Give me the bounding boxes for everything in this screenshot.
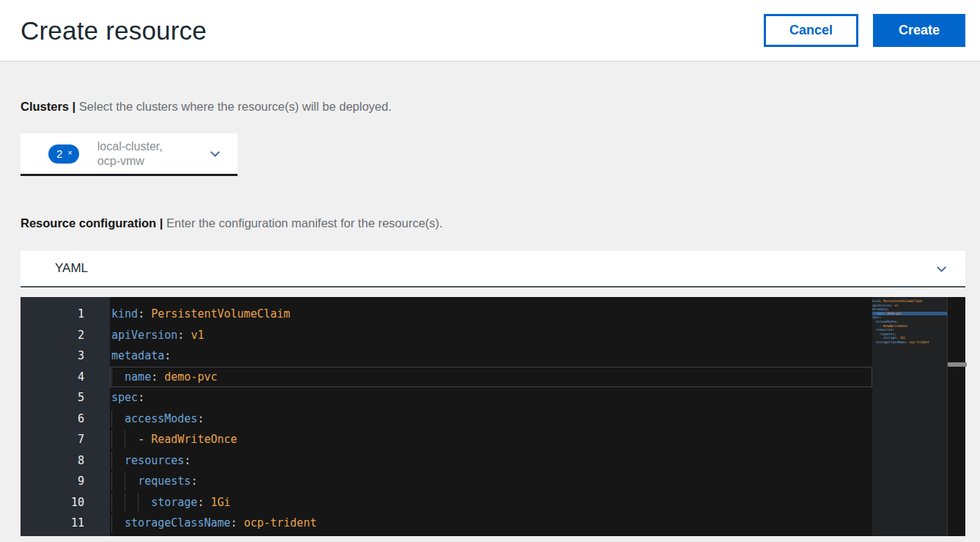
indent-guide (111, 472, 112, 491)
indent-guide (111, 514, 112, 532)
line-number: 1 (21, 304, 84, 325)
page-title: Create resource (21, 16, 207, 45)
resource-section-label: Resource configuration | Enter the confi… (21, 216, 965, 231)
code-line[interactable]: storage: 1Gi (110, 492, 872, 513)
indent-guide (125, 472, 125, 491)
editor-minimap[interactable]: kind: PersistentVolumeClaimapiVersion: v… (872, 297, 947, 536)
badge-close-icon[interactable]: × (67, 148, 72, 157)
editor-code[interactable]: kind: PersistentVolumeClaimapiVersion: v… (110, 297, 872, 536)
line-number: 3 (21, 345, 84, 367)
editor-scrollbar[interactable] (947, 297, 967, 536)
clusters-select-value: local-cluster, ocp-vmw (97, 139, 180, 169)
indent-guide (125, 494, 125, 512)
code-line[interactable]: kind: PersistentVolumeClaim (110, 304, 872, 325)
line-number: 6 (21, 409, 84, 430)
code-line[interactable]: resources: (110, 450, 872, 472)
line-number: 5 (21, 387, 84, 409)
line-number: 10 (21, 492, 84, 513)
create-resource-page: Create resource Cancel Create Clusters |… (0, 0, 980, 542)
clusters-section-label: Clusters | Select the clusters where the… (21, 99, 965, 114)
indent-guide (111, 452, 112, 470)
header-actions: Cancel Create (764, 14, 965, 47)
indent-guide (111, 494, 112, 512)
yaml-accordion-toggle[interactable]: YAML (21, 251, 965, 288)
code-line[interactable]: apiVersion: v1 (110, 325, 872, 346)
line-number: 4 (21, 367, 84, 388)
code-line[interactable]: spec: (110, 387, 872, 409)
editor-gutter: 1234567891011 (21, 297, 110, 536)
minimap-line: storageClassName: ocp-trident (872, 340, 947, 345)
line-number: 11 (21, 513, 84, 534)
clusters-description: Select the clusters where the resource(s… (79, 100, 391, 113)
chevron-down-icon (935, 263, 948, 275)
line-number: 9 (21, 471, 84, 492)
badge-count: 2 (56, 147, 62, 160)
code-line[interactable]: storageClassName: ocp-trident (110, 513, 872, 534)
code-line[interactable]: metadata: (110, 345, 872, 367)
resource-config-description: Enter the configuration manifest for the… (166, 216, 443, 230)
code-line[interactable]: name: demo-pvc (110, 367, 872, 388)
create-button[interactable]: Create (873, 14, 965, 47)
code-line[interactable]: requests: (110, 471, 872, 492)
clusters-label: Clusters | (21, 100, 75, 113)
indent-guide (111, 431, 112, 449)
code-line[interactable]: accessModes: (110, 409, 872, 430)
code-line[interactable]: - ReadWriteOnce (110, 429, 872, 450)
chevron-down-icon (209, 147, 221, 160)
yaml-code-editor[interactable]: 1234567891011 kind: PersistentVolumeClai… (21, 297, 965, 536)
selected-clusters-badge[interactable]: 2× (48, 144, 79, 164)
indent-guide (138, 494, 139, 512)
minimap-code: kind: PersistentVolumeClaimapiVersion: v… (872, 299, 947, 345)
yaml-label: YAML (55, 261, 88, 276)
line-number: 2 (21, 325, 84, 346)
page-body: Clusters | Select the clusters where the… (0, 62, 980, 536)
page-header: Create resource Cancel Create (0, 0, 980, 62)
clusters-select-toggle[interactable]: 2× local-cluster, ocp-vmw (21, 133, 237, 176)
indent-guide (111, 368, 112, 387)
indent-guide (111, 410, 112, 428)
indent-guide (125, 431, 125, 449)
cancel-button[interactable]: Cancel (764, 14, 858, 47)
resource-config-label: Resource configuration | (21, 216, 163, 230)
line-number: 8 (21, 450, 84, 472)
scrollbar-thumb[interactable] (948, 362, 967, 367)
line-number: 7 (21, 429, 84, 450)
